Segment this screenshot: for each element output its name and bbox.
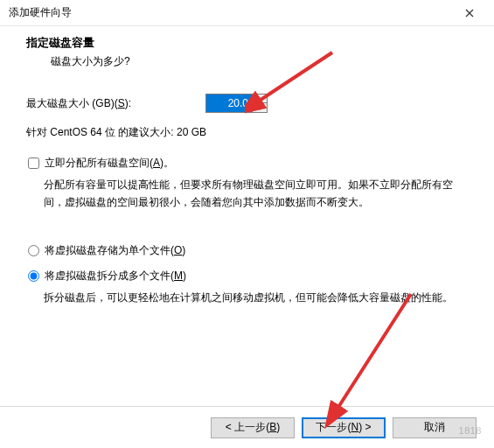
back-button[interactable]: < 上一步(B) [211, 417, 295, 438]
disk-size-spinbox[interactable]: ▲ ▼ [205, 94, 268, 113]
window-title: 添加硬件向导 [9, 5, 452, 20]
allocate-now-checkbox[interactable] [28, 158, 39, 169]
store-single-label: 将虚拟磁盘存储为单个文件(O) [45, 243, 185, 258]
store-single-option: 将虚拟磁盘存储为单个文件(O) [26, 243, 468, 258]
close-icon [465, 9, 474, 18]
wizard-header: 指定磁盘容量 磁盘大小为多少? [0, 26, 494, 74]
next-button[interactable]: 下一步(N) > [302, 417, 386, 438]
disk-size-input[interactable] [206, 94, 252, 112]
store-multi-option: 将虚拟磁盘拆分成多个文件(M) [26, 269, 468, 284]
cancel-button[interactable]: 取消 [393, 417, 477, 438]
allocate-now-desc: 分配所有容量可以提高性能，但要求所有物理磁盘空间立即可用。如果不立即分配所有空间… [44, 176, 468, 212]
page-subheading: 磁盘大小为多少? [26, 51, 468, 69]
spin-down-button[interactable]: ▼ [253, 103, 267, 112]
allocate-now-label: 立即分配所有磁盘空间(A)。 [45, 156, 174, 171]
close-button[interactable] [452, 1, 487, 25]
wizard-footer: < 上一步(B) 下一步(N) > 取消 [0, 406, 494, 448]
disk-size-row: 最大磁盘大小 (GB)(S): ▲ ▼ [26, 94, 468, 113]
titlebar: 添加硬件向导 [0, 0, 494, 26]
disk-size-label: 最大磁盘大小 (GB)(S): [26, 96, 205, 111]
spin-up-button[interactable]: ▲ [253, 94, 267, 103]
recommended-size-text: 针对 CentOS 64 位 的建议大小: 20 GB [26, 125, 468, 140]
spin-buttons: ▲ ▼ [252, 94, 267, 112]
page-heading: 指定磁盘容量 [26, 35, 468, 51]
wizard-content: 最大磁盘大小 (GB)(S): ▲ ▼ 针对 CentOS 64 位 的建议大小… [0, 74, 494, 306]
store-multi-label: 将虚拟磁盘拆分成多个文件(M) [45, 269, 186, 284]
store-multi-radio[interactable] [28, 270, 39, 282]
svg-line-1 [336, 294, 411, 411]
store-multi-desc: 拆分磁盘后，可以更轻松地在计算机之间移动虚拟机，但可能会降低大容量磁盘的性能。 [44, 289, 468, 306]
store-single-radio[interactable] [28, 245, 39, 256]
allocate-now-option: 立即分配所有磁盘空间(A)。 [26, 156, 468, 171]
